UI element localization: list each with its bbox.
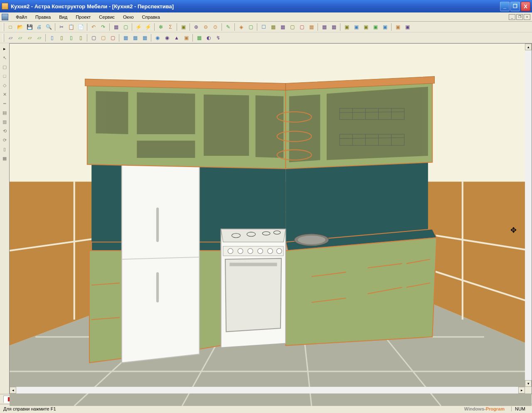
minimize-button[interactable]: _: [500, 2, 510, 11]
toolbar-button[interactable]: 🔍: [44, 22, 53, 32]
toolbar-button[interactable]: ▢: [297, 22, 306, 32]
toolbar-button[interactable]: ▦: [195, 33, 204, 42]
toolbar-button[interactable]: 🖨: [34, 22, 44, 32]
toolbar-row-2: ▱▱▱▱▯▯▯▯▢▢▢▦▦▦◉◉▲▣▦◐↯: [0, 32, 532, 43]
toolbar-button[interactable]: ▦: [268, 22, 278, 32]
toolbar-button[interactable]: ↯: [214, 33, 223, 42]
scroll-down-button[interactable]: ▾: [525, 380, 532, 387]
svg-rect-39: [156, 272, 159, 302]
scroll-up-button[interactable]: ▴: [525, 44, 532, 50]
mdi-close-button[interactable]: ×: [524, 14, 530, 20]
side-tool-button[interactable]: ▯: [0, 145, 9, 153]
side-tool-button[interactable]: ✕: [0, 90, 9, 98]
toolbar-button[interactable]: 📂: [15, 22, 25, 32]
toolbar-button[interactable]: ☐: [259, 22, 268, 32]
toolbar-button[interactable]: ▯: [76, 33, 85, 42]
toolbar-button[interactable]: ◈: [236, 22, 246, 32]
toolbar-button[interactable]: 📄: [76, 22, 85, 32]
side-tool-button[interactable]: ⟲: [0, 127, 9, 135]
menu-проект[interactable]: Проект: [71, 13, 95, 21]
toolbar-button[interactable]: ▣: [182, 33, 191, 42]
toolbar-button[interactable]: 💾: [25, 22, 34, 32]
side-tool-button[interactable]: ▸: [0, 44, 9, 53]
toolbar-button[interactable]: 📋: [66, 22, 76, 32]
mdi-restore-button[interactable]: ❐: [516, 14, 523, 20]
toolbar-button[interactable]: ▦: [131, 33, 140, 42]
toolbar-button[interactable]: ▯: [66, 33, 76, 42]
toolbar-button[interactable]: ▢: [108, 33, 117, 42]
scroll-left-button[interactable]: ◂: [10, 387, 16, 393]
side-tool-button[interactable]: ▦: [0, 154, 9, 162]
toolbar-button[interactable]: ▢: [99, 33, 108, 42]
toolbar-button[interactable]: ▦: [320, 22, 329, 32]
side-tool-button[interactable]: □: [0, 72, 9, 80]
toolbar-button[interactable]: ◐: [204, 33, 213, 42]
toolbar-button[interactable]: ✂: [57, 22, 66, 32]
viewport-3d[interactable]: Перспектива: [9, 43, 532, 394]
toolbar-button[interactable]: ✻: [156, 22, 165, 32]
toolbar-button[interactable]: ▦: [307, 22, 316, 32]
toolbar-button[interactable]: ⚡: [143, 22, 153, 32]
toolbar-button[interactable]: ▱: [34, 33, 44, 42]
toolbar-button[interactable]: ✎: [224, 22, 233, 32]
menu-правка[interactable]: Правка: [31, 13, 55, 21]
horizontal-scrollbar[interactable]: ◂ ▸: [10, 387, 525, 393]
toolbar-button[interactable]: ⊕: [192, 22, 201, 32]
toolbar-button[interactable]: ▣: [361, 22, 370, 32]
toolbar-button[interactable]: ▣: [342, 22, 351, 32]
svg-marker-61: [96, 91, 128, 134]
toolbar-button[interactable]: ▯: [57, 33, 66, 42]
toolbar-button[interactable]: ▱: [15, 33, 25, 42]
toolbar-button[interactable]: ◉: [153, 33, 162, 42]
close-button[interactable]: X: [521, 2, 530, 11]
scroll-track-h[interactable]: [16, 387, 518, 393]
toolbar-button[interactable]: ▣: [403, 22, 412, 32]
side-tool-button[interactable]: ◇: [0, 81, 9, 89]
svg-marker-64: [204, 94, 249, 155]
menu-файл[interactable]: Файл: [12, 13, 31, 21]
menu-справка[interactable]: Справка: [138, 13, 164, 21]
mdi-minimize-button[interactable]: _: [509, 14, 515, 20]
menu-сервис[interactable]: Сервис: [95, 13, 119, 21]
menu-вид[interactable]: Вид: [55, 13, 71, 21]
toolbar-button[interactable]: ▢: [288, 22, 297, 32]
side-tool-button[interactable]: ↖: [0, 54, 9, 62]
toolbar-button[interactable]: ⊙: [211, 22, 220, 32]
toolbar-button[interactable]: ⊖: [201, 22, 210, 32]
toolbar-button[interactable]: ▢: [121, 22, 130, 32]
toolbar-button[interactable]: ▣: [380, 22, 389, 32]
toolbar-button[interactable]: ▱: [25, 33, 34, 42]
toolbar-button[interactable]: ↷: [99, 22, 108, 32]
toolbar-button[interactable]: ▣: [371, 22, 380, 32]
toolbar-button[interactable]: ▣: [393, 22, 402, 32]
toolbar-button[interactable]: ▲: [172, 33, 181, 42]
num-lock-indicator: NUM: [511, 406, 529, 411]
side-tool-button[interactable]: ▤: [0, 108, 9, 117]
maximize-button[interactable]: ❐: [510, 2, 520, 11]
side-tool-button[interactable]: ┅: [0, 99, 9, 108]
toolbar-button[interactable]: Σ: [166, 22, 175, 32]
toolbar-button[interactable]: ▱: [6, 33, 15, 42]
menu-окно[interactable]: Окно: [119, 13, 138, 21]
scroll-right-button[interactable]: ▸: [518, 387, 525, 393]
toolbar-button[interactable]: ⚡: [134, 22, 143, 32]
toolbar-button[interactable]: ▣: [179, 22, 188, 32]
toolbar-button[interactable]: ▦: [278, 22, 287, 32]
toolbar-button[interactable]: ▢: [246, 22, 255, 32]
toolbar-button[interactable]: ▦: [121, 33, 130, 42]
toolbar-button[interactable]: ▢: [89, 33, 98, 42]
toolbar-button[interactable]: ▯: [47, 33, 57, 42]
side-tool-button[interactable]: ▥: [0, 118, 9, 126]
scroll-track-v[interactable]: [525, 50, 532, 380]
toolbar-button[interactable]: ▣: [352, 22, 361, 32]
toolbar-button[interactable]: □: [6, 22, 15, 32]
toolbar-button[interactable]: ▦: [111, 22, 121, 32]
side-tool-button[interactable]: ⟳: [0, 136, 9, 144]
toolbar-button[interactable]: ↶: [89, 22, 98, 32]
svg-marker-63: [137, 141, 195, 158]
toolbar-button[interactable]: ▦: [140, 33, 149, 42]
vertical-scrollbar[interactable]: ▴ ▾: [525, 44, 532, 387]
toolbar-button[interactable]: ▦: [329, 22, 338, 32]
side-tool-button[interactable]: ▢: [0, 63, 9, 71]
toolbar-button[interactable]: ◉: [163, 33, 172, 42]
